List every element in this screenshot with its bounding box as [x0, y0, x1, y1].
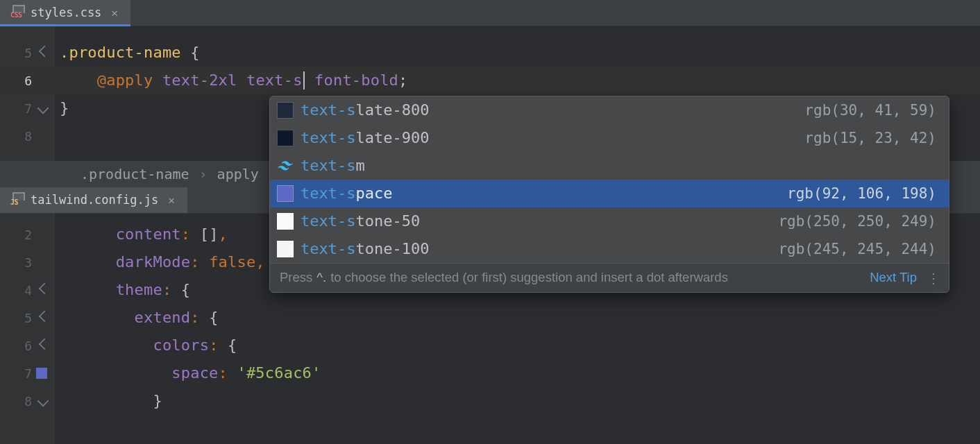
- autocomplete-label: text-space: [301, 186, 392, 201]
- class-token: font-bold: [314, 73, 398, 88]
- autocomplete-popup: text-slate-800rgb(30, 41, 59)text-slate-…: [269, 96, 949, 293]
- line-number: 4: [0, 283, 32, 297]
- semicolon: ;: [398, 73, 407, 88]
- fold-open-icon[interactable]: [39, 45, 51, 57]
- autocomplete-item[interactable]: text-spacergb(92, 106, 198): [270, 180, 949, 207]
- color-swatch-icon: [277, 102, 294, 119]
- breadcrumb-item[interactable]: .product-name: [81, 167, 189, 181]
- tip-text: Press: [280, 271, 312, 284]
- line-number: 8: [0, 394, 32, 408]
- fold-open-icon[interactable]: [39, 338, 51, 350]
- autocomplete-item[interactable]: text-stone-50rgb(250, 250, 249): [270, 207, 949, 235]
- tab-tailwind-config[interactable]: JS tailwind.config.js ✕: [0, 187, 187, 213]
- js-file-icon: JS: [10, 195, 25, 206]
- autocomplete-item[interactable]: text-stone-100rgb(245, 245, 244): [270, 235, 949, 263]
- autocomplete-detail: rgb(92, 106, 198): [787, 187, 936, 201]
- autocomplete-item[interactable]: text-sm: [270, 152, 949, 180]
- line-number: 3: [0, 255, 32, 269]
- autocomplete-label: text-slate-800: [301, 103, 429, 118]
- tailwind-icon: [277, 157, 294, 174]
- more-options-icon[interactable]: ⋮: [927, 271, 939, 285]
- autocomplete-footer: Press ^. to choose the selected (or firs…: [270, 263, 949, 292]
- close-icon[interactable]: ✕: [111, 8, 118, 19]
- fold-open-icon[interactable]: [39, 282, 51, 294]
- autocomplete-label: text-slate-900: [301, 130, 429, 146]
- tip-shortcut: ^.: [316, 271, 326, 284]
- line-number: 5: [0, 311, 32, 325]
- autocomplete-detail: rgb(30, 41, 59): [804, 103, 936, 118]
- tab-styles-css[interactable]: CSS styles.css ✕: [0, 0, 130, 26]
- autocomplete-label: text-sm: [301, 158, 365, 173]
- at-rule: @: [97, 73, 106, 88]
- tip-text: to choose the selected (or first) sugges…: [330, 271, 728, 284]
- color-swatch-icon: [277, 213, 294, 230]
- property-key: content: [116, 227, 181, 242]
- line-number: 6: [0, 339, 32, 352]
- line-number: 2: [0, 228, 32, 241]
- fold-open-icon[interactable]: [39, 310, 51, 322]
- property-key: theme: [116, 282, 162, 298]
- color-swatch-icon: [277, 241, 294, 257]
- color-swatch-icon: [277, 130, 294, 146]
- autocomplete-detail: rgb(15, 23, 42): [804, 131, 936, 146]
- property-key: darkMode: [116, 255, 191, 270]
- brace-open: {: [181, 282, 190, 298]
- line-number: 7: [0, 366, 32, 380]
- color-swatch-icon: [277, 185, 294, 202]
- tab-bar-top: CSS styles.css ✕: [0, 0, 980, 26]
- selector: .product-name: [60, 45, 181, 60]
- text-caret: [303, 71, 305, 89]
- line-number: 8: [0, 129, 32, 143]
- tab-label: tailwind.config.js: [31, 194, 158, 206]
- autocomplete-label: text-stone-100: [301, 241, 429, 257]
- autocomplete-list: text-slate-800rgb(30, 41, 59)text-slate-…: [270, 96, 949, 263]
- autocomplete-detail: rgb(250, 250, 249): [778, 214, 936, 229]
- chevron-right-icon: ›: [199, 167, 208, 181]
- color-swatch-icon[interactable]: [36, 368, 47, 379]
- class-token: text-2xl: [162, 73, 237, 88]
- autocomplete-label: text-stone-50: [301, 214, 420, 229]
- property-key: colors: [153, 338, 209, 353]
- line-number: 5: [0, 46, 32, 60]
- autocomplete-detail: rgb(245, 245, 244): [778, 242, 936, 257]
- brace-close: }: [60, 101, 69, 116]
- close-icon[interactable]: ✕: [168, 195, 175, 206]
- tab-label: styles.css: [31, 7, 101, 19]
- fold-close-icon[interactable]: [37, 395, 49, 407]
- line-number: 7: [0, 101, 32, 115]
- autocomplete-item[interactable]: text-slate-900rgb(15, 23, 42): [270, 124, 949, 152]
- string-value: '#5c6ac6': [237, 366, 321, 381]
- line-number: 6: [0, 74, 32, 87]
- fold-close-icon[interactable]: [37, 103, 49, 114]
- brace-open: {: [209, 310, 218, 325]
- next-tip-link[interactable]: Next Tip: [870, 271, 917, 284]
- brace-close: }: [153, 393, 162, 409]
- property-key: extend: [135, 310, 191, 325]
- class-token-partial: text-s: [246, 73, 303, 88]
- property-key: space: [171, 366, 218, 381]
- autocomplete-item[interactable]: text-slate-800rgb(30, 41, 59): [270, 96, 949, 124]
- brace-open: {: [228, 338, 237, 353]
- breadcrumb-item[interactable]: apply: [217, 167, 259, 181]
- apply-directive: apply: [106, 73, 153, 88]
- property-value: false: [209, 255, 255, 270]
- property-value: []: [200, 227, 219, 242]
- brace-open: {: [181, 45, 200, 60]
- css-file-icon: CSS: [10, 8, 25, 19]
